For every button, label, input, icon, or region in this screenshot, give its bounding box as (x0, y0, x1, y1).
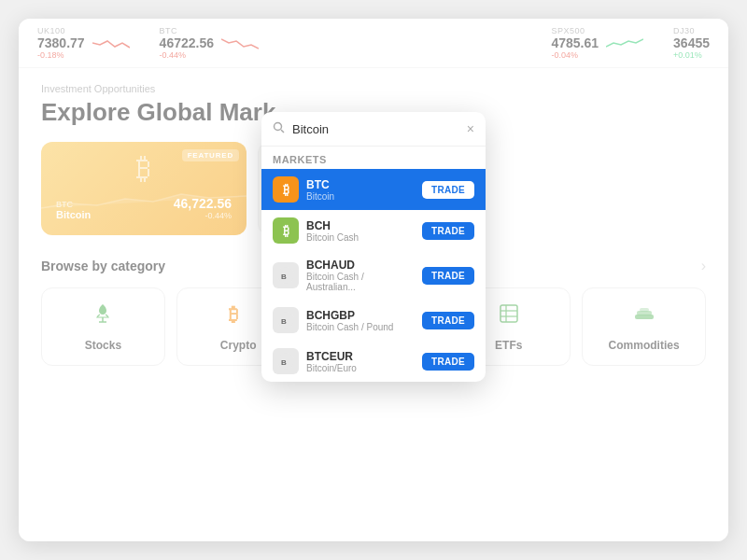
app-container: UK100 7380.77 -0.18% BTC 46722.56 -0.44%… (19, 19, 728, 541)
btceur-name: Bitcoin/Euro (306, 363, 415, 373)
search-result-bchaud[interactable]: B BCHAUD Bitcoin Cash / Australian... TR… (261, 251, 486, 300)
btceur-ticker: BTCEUR (306, 350, 415, 363)
svg-point-10 (275, 123, 282, 131)
svg-text:B: B (281, 358, 287, 367)
btc-icon: ₿ (273, 176, 299, 203)
search-input-row: × (261, 112, 486, 147)
btc-ticker: BTC (306, 178, 415, 191)
svg-text:B: B (281, 273, 287, 281)
btc-trade-button[interactable]: TRADE (422, 181, 474, 199)
bchgbp-trade-button[interactable]: TRADE (422, 312, 474, 329)
svg-text:B: B (281, 317, 287, 326)
bchgbp-icon: B (273, 307, 299, 333)
btceur-info: BTCEUR Bitcoin/Euro (306, 350, 415, 373)
search-result-bch[interactable]: ₿ BCH Bitcoin Cash TRADE (261, 210, 486, 251)
btc-info: BTC Bitcoin (306, 178, 415, 202)
bch-ticker: BCH (306, 219, 415, 232)
bchaud-info: BCHAUD Bitcoin Cash / Australian... (306, 259, 415, 292)
btceur-icon: B (273, 348, 299, 374)
bchaud-icon: B (273, 262, 299, 288)
bch-trade-button[interactable]: TRADE (422, 222, 474, 240)
search-results-label: Markets (261, 147, 486, 169)
btc-name: Bitcoin (306, 191, 415, 202)
bchgbp-info: BCHGBP Bitcoin Cash / Pound (306, 309, 415, 332)
search-result-btc[interactable]: ₿ BTC Bitcoin TRADE (261, 169, 486, 210)
btceur-trade-button[interactable]: TRADE (422, 353, 474, 371)
svg-line-11 (281, 130, 284, 133)
bch-name: Bitcoin Cash (306, 232, 415, 243)
search-result-btceur[interactable]: B BTCEUR Bitcoin/Euro TRADE (261, 341, 486, 382)
bchaud-ticker: BCHAUD (306, 259, 415, 272)
search-icon (273, 121, 285, 136)
bchaud-name: Bitcoin Cash / Australian... (306, 272, 415, 292)
search-overlay: × Markets ₿ BTC Bitcoin TRADE ₿ BCH Bitc… (261, 112, 486, 382)
bchaud-trade-button[interactable]: TRADE (422, 267, 474, 285)
bch-icon: ₿ (273, 217, 299, 244)
bchgbp-ticker: BCHGBP (306, 309, 415, 322)
bch-info: BCH Bitcoin Cash (306, 219, 415, 243)
search-close-button[interactable]: × (467, 121, 474, 136)
search-input[interactable] (292, 122, 459, 136)
search-result-bchgbp[interactable]: B BCHGBP Bitcoin Cash / Pound TRADE (261, 300, 486, 341)
bchgbp-name: Bitcoin Cash / Pound (306, 322, 415, 332)
